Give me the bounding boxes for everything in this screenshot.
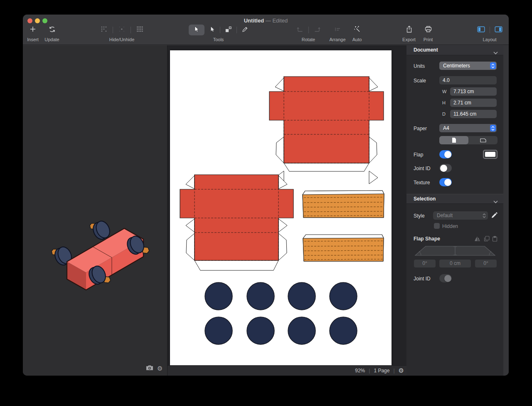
printer-icon (424, 25, 432, 35)
selection-joint-id-label: Joint ID (414, 276, 431, 282)
flap-length-field[interactable]: 0 cm (439, 260, 471, 267)
desktop: Untitled — Edited Insert Updat (0, 0, 532, 406)
unhide-all-icon[interactable] (136, 26, 143, 34)
hide-selected-icon[interactable] (101, 26, 107, 34)
direct-select-tool-button[interactable] (209, 26, 215, 34)
divider (131, 27, 131, 33)
export-button[interactable]: Export (399, 24, 419, 43)
page-count: 1 Page (374, 368, 389, 374)
style-dropdown[interactable]: Default (433, 211, 488, 220)
hide-unhide-group: Hide/Unhide (97, 24, 147, 43)
hidden-checkbox[interactable] (434, 223, 440, 229)
divider (220, 27, 220, 33)
status-bar: 92% | 1 Page | ⚙ (167, 365, 406, 376)
share-icon (406, 25, 413, 35)
stepper-icon (490, 125, 496, 131)
flap-angle-left-field[interactable]: 0° (414, 260, 436, 267)
stepper-icon (481, 212, 487, 219)
hidden-label: Hidden (442, 223, 458, 229)
titlebar-toolbar: Untitled — Edited Insert Updat (23, 15, 509, 45)
cursor-icon (193, 26, 200, 34)
scale-field[interactable]: 4.0 (439, 76, 497, 84)
document-section-header[interactable]: Document (406, 45, 503, 55)
edited-badge: Edited (272, 17, 288, 24)
flap-angle-right-field[interactable]: 0° (475, 260, 497, 267)
rotate-right-icon[interactable] (313, 26, 320, 35)
left-sidebar-layout-icon[interactable] (477, 26, 485, 34)
flap-toggle[interactable] (439, 150, 452, 158)
selection-section-header[interactable]: Selection (406, 194, 503, 204)
style-label: Style (414, 213, 425, 219)
auto-button[interactable]: Auto (347, 24, 367, 43)
chevron-down-icon (493, 48, 498, 58)
inspector-sidebar: Document Units Centimeters Scale 4.0 W 7… (406, 45, 503, 376)
height-label: H (442, 100, 446, 105)
edit-style-pencil-button[interactable] (491, 212, 498, 220)
unfold-chassis-top[interactable] (269, 77, 384, 184)
paper-label: Paper (414, 126, 427, 131)
unfold-wheel-discs[interactable] (205, 282, 357, 344)
landscape-orientation-button[interactable] (468, 136, 498, 144)
texture-label: Texture (414, 180, 430, 186)
arrange-button[interactable]: Arrange (327, 24, 348, 43)
texture-toggle[interactable] (439, 178, 452, 186)
arrange-icon (334, 26, 341, 35)
width-field[interactable]: 7.713 cm (450, 87, 497, 96)
divider: | (369, 368, 370, 374)
layout-group: Layout (475, 24, 504, 43)
flap-color-swatch (485, 152, 495, 157)
units-dropdown[interactable]: Centimeters (439, 62, 497, 70)
height-field[interactable]: 2.71 cm (450, 99, 497, 107)
rotate-group: Rotate (293, 24, 324, 43)
divider: | (393, 368, 394, 374)
selection-joint-id-toggle[interactable] (439, 274, 452, 282)
a4-page[interactable] (170, 50, 392, 365)
refresh-icon (48, 25, 56, 35)
flap-color-well[interactable] (483, 150, 498, 159)
depth-field[interactable]: 11.645 cm (450, 110, 497, 118)
rotate-left-icon[interactable] (297, 26, 304, 35)
units-label: Units (414, 63, 425, 69)
width-label: W (442, 89, 446, 94)
stepper-icon (490, 62, 496, 69)
right-sidebar-layout-icon[interactable] (495, 26, 502, 34)
document-title: Untitled (244, 17, 264, 24)
paper-dropdown[interactable]: A4 (439, 124, 497, 132)
scale-label: Scale (414, 78, 426, 84)
paste-flap-icon[interactable] (492, 236, 498, 243)
unfold-axle-roll-1[interactable] (303, 191, 384, 218)
layout-canvas[interactable]: 92% | 1 Page | ⚙ (167, 45, 406, 376)
update-button[interactable]: Update (44, 24, 60, 43)
print-button[interactable]: Print (418, 24, 438, 43)
select-tool-button-active[interactable] (189, 25, 204, 35)
title-separator: — (266, 17, 271, 24)
chevron-down-icon (493, 197, 498, 207)
plus-icon (29, 25, 37, 35)
page-svg (170, 50, 392, 365)
insert-button[interactable]: Insert (25, 24, 41, 43)
flap-shape-label: Flap Shape (414, 236, 440, 242)
sidebar-gutter (503, 45, 509, 376)
unfold-chassis-bottom[interactable] (180, 175, 293, 270)
orientation-segmented-control (439, 136, 498, 144)
page-settings-gear-icon[interactable]: ⚙ (399, 368, 404, 374)
mirror-flap-icon[interactable] (475, 236, 481, 243)
divider (113, 27, 113, 33)
joint-id-label: Joint ID (414, 166, 431, 171)
portrait-orientation-button[interactable] (439, 136, 468, 144)
hide-others-icon[interactable] (118, 26, 125, 34)
transform-tool-button[interactable] (225, 26, 232, 35)
depth-label: D (442, 111, 446, 116)
copy-flap-icon[interactable] (484, 236, 490, 243)
snapshot-camera-button[interactable] (146, 365, 153, 372)
joint-id-toggle[interactable] (439, 164, 452, 172)
3d-viewport[interactable]: ⚙ (23, 45, 167, 376)
tools-group: Tools (180, 24, 257, 43)
flap-label: Flap (414, 152, 423, 158)
unfold-axle-roll-2[interactable] (303, 235, 384, 261)
flap-shape-editor[interactable] (414, 245, 496, 257)
zoom-level[interactable]: 92% (355, 368, 365, 374)
3d-car-model[interactable] (47, 220, 151, 299)
viewport-settings-gear-icon[interactable]: ⚙ (157, 366, 163, 372)
pencil-tool-button[interactable] (241, 26, 249, 35)
